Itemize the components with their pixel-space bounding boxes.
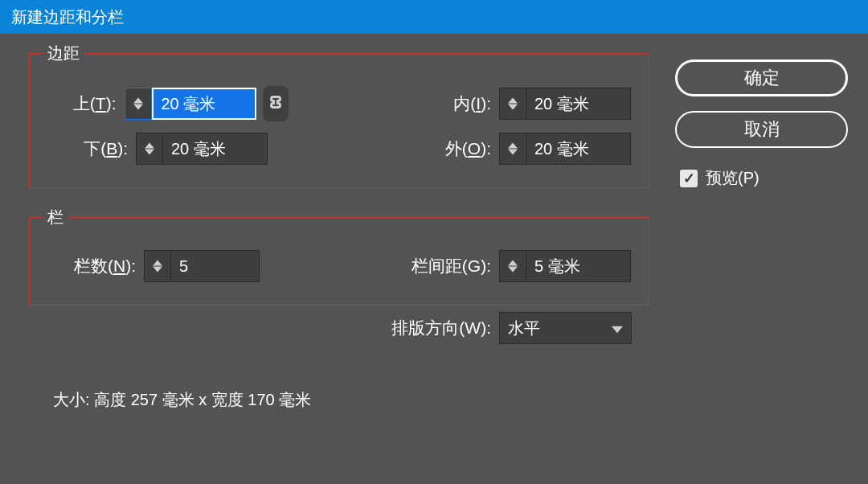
- columns-group: 栏 栏数(N): 栏间距(G):: [29, 217, 649, 306]
- stepper-arrows-icon[interactable]: [125, 88, 152, 120]
- stepper-arrows-icon[interactable]: [136, 133, 163, 165]
- size-readout: 大小: 高度 257 毫米 x 宽度 170 毫米: [29, 384, 649, 411]
- link-icon: [268, 92, 283, 116]
- preview-label: 预览(P): [706, 167, 760, 189]
- margin-inside-input[interactable]: [526, 88, 631, 120]
- direction-value: 水平: [508, 318, 540, 339]
- margin-bottom-input[interactable]: [163, 133, 268, 165]
- column-count-input[interactable]: [171, 250, 260, 282]
- stepper-arrows-icon[interactable]: [499, 133, 526, 165]
- column-count-label: 栏数(N):: [47, 255, 144, 277]
- preview-checkbox[interactable]: [680, 170, 698, 187]
- margin-inside-label: 内(I):: [411, 92, 499, 115]
- gutter-label: 栏间距(G):: [371, 255, 499, 277]
- margin-outside-stepper[interactable]: [499, 133, 631, 165]
- stepper-arrows-icon[interactable]: [499, 88, 526, 120]
- link-margins-button[interactable]: [263, 86, 289, 121]
- gutter-input[interactable]: [526, 250, 631, 282]
- dialog-body: 边距 上(T):: [0, 34, 868, 424]
- column-count-stepper[interactable]: [144, 250, 260, 282]
- columns-legend: 栏: [43, 207, 68, 228]
- margin-bottom-label: 下(B):: [47, 137, 136, 160]
- margins-legend: 边距: [43, 43, 84, 64]
- margin-outside-label: 外(O):: [411, 137, 499, 160]
- chevron-down-icon: [612, 319, 623, 338]
- direction-select[interactable]: 水平: [499, 312, 632, 344]
- margin-bottom-stepper[interactable]: [136, 133, 268, 165]
- margin-top-input[interactable]: [152, 88, 256, 120]
- margin-top-label: 上(T):: [47, 92, 125, 115]
- cancel-button[interactable]: 取消: [675, 111, 848, 148]
- direction-label: 排版方向(W):: [371, 317, 499, 339]
- margins-group: 边距 上(T):: [29, 53, 649, 188]
- margin-outside-input[interactable]: [526, 133, 631, 165]
- stepper-arrows-icon[interactable]: [144, 250, 171, 282]
- stepper-arrows-icon[interactable]: [499, 250, 526, 282]
- gutter-stepper[interactable]: [499, 250, 631, 282]
- dialog-title: 新建边距和分栏: [11, 6, 124, 28]
- margin-inside-stepper[interactable]: [499, 88, 631, 120]
- dialog-titlebar: 新建边距和分栏: [0, 0, 868, 34]
- margin-top-stepper[interactable]: [125, 88, 256, 120]
- ok-button[interactable]: 确定: [675, 59, 848, 96]
